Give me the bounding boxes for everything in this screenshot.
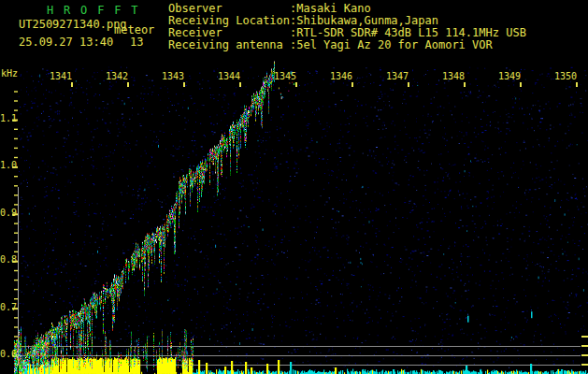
y-tick-label: 1.1: [0, 114, 17, 123]
y-tick-label: 0.8: [0, 255, 17, 265]
y-tick-label: 1.0: [0, 161, 17, 170]
x-tick-label: 1349: [497, 72, 521, 81]
y-axis-unit-label: kHz: [1, 69, 18, 79]
x-tick-label: 1343: [161, 72, 184, 81]
x-tick-label: 1350: [553, 72, 577, 81]
x-tick-label: 1344: [217, 72, 240, 81]
spectrogram-plot: [0, 0, 588, 374]
y-tick-label: 0.6: [0, 350, 17, 359]
x-tick-label: 1346: [329, 72, 352, 81]
info-value-antenna: :5el Yagi Az 20 for Aomori VOR: [290, 39, 493, 51]
x-tick-label: 1345: [273, 72, 296, 81]
x-tick-label: 1342: [105, 72, 128, 81]
info-label-antenna: Receiving antenna: [168, 39, 283, 51]
x-tick-label: 1348: [441, 72, 465, 81]
datetime-label: 25.09.27 13:40: [19, 36, 113, 49]
y-tick-label: 0.7: [0, 303, 17, 312]
hrofft-screen: H R O F F T UT2509271340.png meteor 25.0…: [0, 0, 588, 374]
x-tick-label: 1347: [385, 72, 409, 81]
y-tick-label: 0.9: [0, 209, 17, 218]
x-tick-label: 1341: [49, 72, 72, 81]
app-title: H R O F F T: [47, 5, 139, 17]
filename-label: UT2509271340.png: [19, 19, 127, 31]
sequence-label: 13: [130, 36, 143, 49]
